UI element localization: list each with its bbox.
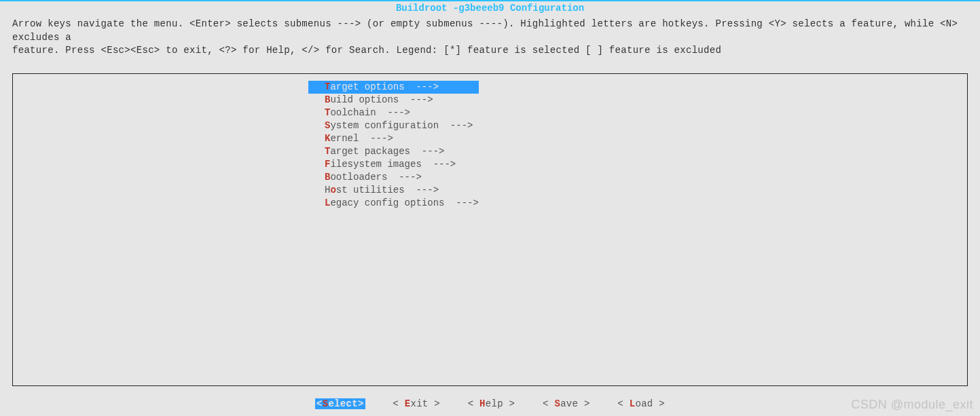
help-rest: elp (486, 398, 509, 409)
menu-item-indicator (308, 119, 325, 132)
help-text: Arrow keys navigate the menu. <Enter> se… (0, 15, 980, 63)
exit-left-bracket: < (393, 398, 404, 409)
menu-item-1[interactable]: Build options ---> (308, 94, 479, 107)
help-left-bracket: < (468, 398, 479, 409)
load-rest: oad (635, 398, 659, 409)
menu-item-label: arget packages ---> (330, 146, 444, 157)
menu-item-indicator (308, 94, 325, 107)
menu-item-4[interactable]: Kernel ---> (308, 132, 479, 145)
save-hotkey: S (554, 398, 560, 409)
menu-item-label: st utilities ---> (336, 185, 439, 195)
footer-bar: <Select> < Exit > < Help > < Save > < Lo… (0, 398, 980, 409)
load-left-bracket: < (617, 398, 629, 409)
menu-item-label: uild options ---> (330, 94, 433, 105)
help-right-bracket: > (509, 398, 515, 409)
menu-item-label: ootloaders ---> (330, 172, 421, 183)
help-line-2: feature. Press <Esc><Esc> to exit, <?> f… (12, 44, 968, 58)
menu-item-indicator (308, 107, 325, 119)
menu-item-indicator (308, 132, 325, 145)
menu-item-indicator (308, 184, 325, 197)
window-title: Buildroot -g3beeeb9 Configuration (0, 1, 980, 15)
exit-rest: xit (410, 398, 434, 409)
menu-item-label: egacy config options ---> (330, 197, 478, 208)
menu-item-9[interactable]: Legacy config options ---> (308, 197, 479, 210)
menu-item-label: arget options ---> (330, 81, 439, 92)
menu-item-indicator (308, 197, 325, 210)
menu-item-label: ernel ---> (330, 133, 393, 144)
menu-item-indicator (308, 145, 325, 158)
menu-item-6[interactable]: Filesystem images ---> (308, 158, 479, 171)
select-left-bracket: < (316, 398, 323, 409)
menu-item-indicator (308, 171, 325, 184)
exit-right-bracket: > (434, 398, 440, 409)
menu-item-indicator (308, 158, 325, 171)
menu-item-3[interactable]: System configuration ---> (308, 119, 479, 132)
menu-item-2[interactable]: Toolchain ---> (308, 107, 479, 119)
select-rest: elect (328, 398, 358, 409)
save-right-bracket: > (584, 398, 590, 409)
menu-item-7[interactable]: Bootloaders ---> (308, 171, 479, 184)
help-line-1: Arrow keys navigate the menu. <Enter> se… (12, 18, 968, 44)
help-button[interactable]: < Help > (468, 398, 515, 409)
menu-item-indicator (308, 81, 325, 94)
menu-item-5[interactable]: Target packages ---> (308, 145, 479, 158)
menu-panel: Target options ---> Build options ---> T… (12, 73, 968, 386)
menu-item-label: oolchain ---> (330, 107, 410, 118)
exit-button[interactable]: < Exit > (393, 398, 440, 409)
menu-item-hotkey: o (330, 185, 335, 195)
config-menu: Target options ---> Build options ---> T… (308, 81, 479, 210)
load-button[interactable]: < Load > (617, 398, 665, 409)
menu-item-label: ilesystem images ---> (330, 159, 456, 170)
watermark: CSDN @module_exit (851, 398, 973, 412)
save-button[interactable]: < Save > (543, 398, 590, 409)
save-rest: ave (560, 398, 584, 409)
help-hotkey: H (479, 398, 486, 409)
save-left-bracket: < (543, 398, 554, 409)
load-right-bracket: > (659, 398, 665, 409)
menu-item-label: ystem configuration ---> (330, 120, 473, 131)
menu-item-0[interactable]: Target options ---> (308, 81, 479, 94)
menu-item-8[interactable]: Host utilities ---> (308, 184, 479, 197)
select-right-bracket: > (358, 398, 364, 409)
select-button[interactable]: <Select> (315, 398, 365, 409)
